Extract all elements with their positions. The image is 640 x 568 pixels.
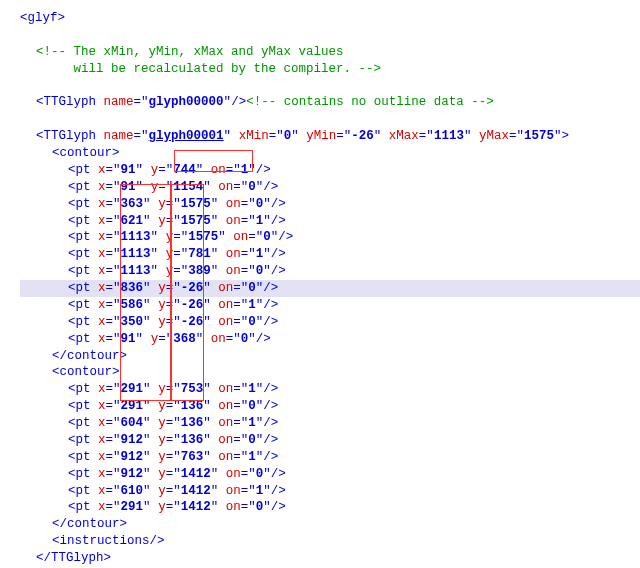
code-line: <pt x="912" y="1412" on="0"/> xyxy=(20,466,640,483)
code-line: <pt x="291" y="1412" on="0"/> xyxy=(20,499,640,516)
code-line: <pt x="291" y="753" on="1"/> xyxy=(20,381,640,398)
code-line: <pt x="621" y="1575" on="1"/> xyxy=(20,213,640,230)
code-line: </contour> xyxy=(20,348,640,365)
code-line: <pt x="610" y="1412" on="1"/> xyxy=(20,483,640,500)
code-line: <pt x="91" y="744" on="1"/> xyxy=(20,162,640,179)
code-line: <pt x="586" y="-26" on="1"/> xyxy=(20,297,640,314)
code-line: <pt x="1113" y="781" on="1"/> xyxy=(20,246,640,263)
code-line: <TTGlyph name="glyph00000"/><!-- contain… xyxy=(20,94,640,111)
code-line: <TTGlyph name="glyph00001" xMin="0" yMin… xyxy=(20,128,640,145)
code-line: <contour> xyxy=(20,364,640,381)
code-line: <pt x="1113" y="1575" on="0"/> xyxy=(20,229,640,246)
code-line: <!-- The xMin, yMin, xMax and yMax value… xyxy=(20,44,640,61)
code-line: <pt x="91" y="1154" on="0"/> xyxy=(20,179,640,196)
code-line: <pt x="912" y="136" on="0"/> xyxy=(20,432,640,449)
code-line: <instructions/> xyxy=(20,533,640,550)
code-line: <pt x="1113" y="389" on="0"/> xyxy=(20,263,640,280)
code-block: <glyf> <!-- The xMin, yMin, xMax and yMa… xyxy=(20,10,640,567)
code-line: <contour> xyxy=(20,145,640,162)
code-line: <pt x="363" y="1575" on="0"/> xyxy=(20,196,640,213)
code-line: </TTGlyph> xyxy=(20,550,640,567)
code-line: <pt x="836" y="-26" on="0"/> xyxy=(20,280,640,297)
code-line: </contour> xyxy=(20,516,640,533)
code-line: <pt x="604" y="136" on="1"/> xyxy=(20,415,640,432)
code-line: will be recalculated by the compiler. --… xyxy=(20,61,640,78)
code-line: <pt x="912" y="763" on="1"/> xyxy=(20,449,640,466)
code-line: <glyf> xyxy=(20,11,65,25)
code-line: <pt x="350" y="-26" on="0"/> xyxy=(20,314,640,331)
code-line: <pt x="91" y="368" on="0"/> xyxy=(20,331,640,348)
code-line: <pt x="291" y="136" on="0"/> xyxy=(20,398,640,415)
